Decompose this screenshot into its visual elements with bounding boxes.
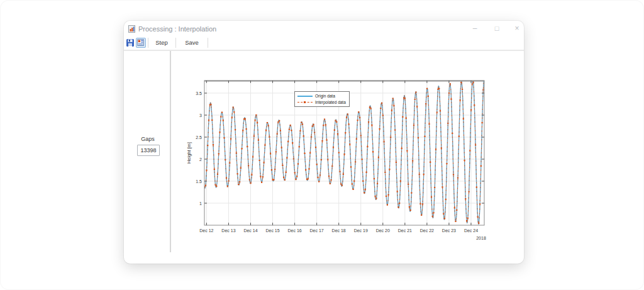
interpolated-line-sample [297, 102, 313, 103]
legend-label: Origin data [315, 94, 335, 98]
legend-label: Interpolated data [315, 100, 346, 104]
chart-area: Dec 12Dec 13Dec 14Dec 15Dec 16Dec 17Dec … [174, 52, 524, 248]
svg-text:3: 3 [199, 113, 202, 118]
svg-text:Dec 23: Dec 23 [442, 228, 456, 233]
legend-entry-origin: Origin data [297, 93, 346, 99]
save-button[interactable]: Save [177, 36, 207, 49]
maximize-button[interactable]: □ [489, 23, 504, 34]
chart-legend: Origin data Interpolated data [294, 91, 350, 107]
svg-text:2.5: 2.5 [196, 135, 202, 140]
svg-text:Dec 16: Dec 16 [287, 228, 301, 233]
svg-text:Dec 22: Dec 22 [420, 228, 434, 233]
minimize-button[interactable]: – [467, 23, 482, 34]
window-title: Processing : Interpolation [138, 25, 216, 33]
svg-text:1: 1 [199, 201, 202, 206]
close-button[interactable]: × [509, 23, 525, 34]
title-bar: Processing : Interpolation – □ × [124, 21, 524, 36]
app-icon [128, 25, 135, 33]
svg-text:Dec 19: Dec 19 [354, 228, 368, 233]
save-icon[interactable] [126, 38, 135, 48]
tide-chart: Dec 12Dec 13Dec 14Dec 15Dec 16Dec 17Dec … [174, 52, 524, 248]
gaps-value-field[interactable] [137, 145, 160, 156]
svg-text:Dec 13: Dec 13 [221, 228, 235, 233]
svg-text:Dec 21: Dec 21 [398, 228, 412, 233]
svg-text:2018: 2018 [476, 236, 486, 240]
svg-text:Dec 20: Dec 20 [376, 228, 390, 233]
toolbar-separator [208, 38, 208, 48]
origin-line-sample [297, 96, 313, 97]
svg-text:Dec 17: Dec 17 [310, 228, 324, 233]
step-button[interactable]: Step [148, 36, 175, 49]
layout-icon[interactable] [136, 38, 146, 48]
legend-entry-interpolated: Interpolated data [297, 99, 346, 105]
app-window: Processing : Interpolation – □ × Step [124, 21, 524, 264]
svg-text:3.5: 3.5 [196, 91, 202, 96]
svg-text:Dec 15: Dec 15 [265, 228, 279, 233]
svg-text:Dec 14: Dec 14 [243, 228, 257, 233]
gaps-label: Gaps [126, 136, 169, 142]
toolbar-separator [175, 38, 176, 48]
panel-divider [170, 51, 171, 252]
svg-text:Height [m]: Height [m] [186, 142, 192, 164]
svg-text:2: 2 [199, 157, 202, 162]
svg-text:Dec 24: Dec 24 [464, 228, 478, 233]
svg-text:Dec 18: Dec 18 [332, 228, 346, 233]
marker-sample [304, 101, 306, 103]
svg-text:Dec 12: Dec 12 [199, 228, 213, 233]
toolbar: Step Save [124, 36, 524, 51]
svg-text:1.5: 1.5 [196, 179, 202, 184]
